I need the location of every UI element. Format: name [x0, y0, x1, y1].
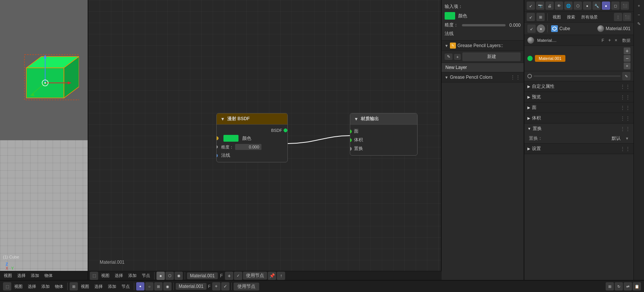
material-output-node[interactable]: ▼ 材质输出 面 体积: [350, 113, 418, 156]
btm-grid-icon[interactable]: ⊞: [154, 282, 163, 290]
object-arrow-btn[interactable]: ↙: [527, 24, 536, 33]
node-node-btn[interactable]: 节点: [140, 272, 152, 280]
btm-add-center[interactable]: 添加: [106, 283, 118, 290]
mat-plus-btn[interactable]: +: [624, 47, 630, 54]
layers-add-btn[interactable]: +: [454, 54, 461, 60]
btm-sphere2-icon[interactable]: ◉: [163, 282, 172, 290]
material-name: Material.001: [606, 26, 630, 31]
node-use-nodes-btn[interactable]: 使用节点: [243, 272, 267, 280]
node-sphere-icon[interactable]: ●: [156, 272, 165, 280]
node-material-label[interactable]: Material.001: [187, 272, 218, 279]
mat-bar: [533, 75, 621, 77]
side-icon-2[interactable]: −: [635, 11, 643, 19]
tab-all-scenes[interactable]: 所有场景: [579, 13, 600, 21]
btm-node-center[interactable]: 节点: [119, 283, 132, 290]
btm-check-btn[interactable]: ✓: [221, 282, 229, 290]
props-extra-btn2[interactable]: ⬛: [623, 13, 631, 21]
btm-mat-active-icon[interactable]: ●: [136, 282, 144, 290]
props-icon-output[interactable]: 🖨: [545, 2, 554, 10]
viewport-select-btn[interactable]: 选择: [15, 272, 28, 280]
viewport-object-btn[interactable]: 物体: [42, 272, 55, 280]
node-icon2[interactable]: ⬡: [166, 272, 174, 280]
grease-layers-section-header[interactable]: ▼ ✎ Grease Pencil Layers::: [442, 41, 524, 51]
side-icon-1[interactable]: +: [635, 2, 643, 10]
layers-toolbar: ✎ + 新建: [442, 51, 524, 63]
viewport-view-btn[interactable]: 视图: [2, 272, 14, 280]
node-snap-btn[interactable]: ↑: [277, 272, 285, 280]
node-plus-btn[interactable]: +: [225, 272, 233, 280]
mat-add-btn[interactable]: +: [607, 37, 612, 43]
props-arrow-btn[interactable]: ↙: [527, 13, 535, 21]
displacement-header[interactable]: ▼ 置换 ⋮⋮: [524, 124, 633, 134]
normal-socket[interactable]: [216, 154, 218, 157]
btm-material-label[interactable]: Material.001: [176, 283, 207, 290]
object-sphere-btn[interactable]: ●: [537, 24, 545, 33]
layers-pencil-btn[interactable]: ✎: [445, 54, 453, 60]
btm-add-mat-btn[interactable]: +: [212, 282, 220, 290]
btm-view-center[interactable]: 视图: [79, 283, 91, 290]
mat-edit-btn[interactable]: ✎: [622, 72, 630, 80]
mat-extra-btn[interactable]: ≡: [624, 63, 630, 69]
btm-icon-1[interactable]: ⬚: [3, 282, 11, 290]
roughness-field[interactable]: 0.000: [235, 144, 261, 150]
node-panel-icon[interactable]: ⬚: [90, 272, 98, 280]
volume-header[interactable]: ▶ 体积 ⋮⋮: [524, 113, 633, 123]
node-icon3[interactable]: ◉: [175, 272, 183, 280]
tab-view[interactable]: 视图: [550, 13, 563, 21]
props-extra-btn1[interactable]: ⋮: [614, 13, 622, 21]
btm-select-center[interactable]: 选择: [92, 283, 105, 290]
props-icon-view[interactable]: 👁: [555, 2, 563, 10]
props-icon-scene[interactable]: 🌐: [564, 2, 573, 10]
color-swatch[interactable]: [223, 135, 238, 142]
props-icon-world[interactable]: ⬡: [574, 2, 582, 10]
btm-right-icon4[interactable]: 📋: [633, 282, 641, 290]
grease-colors-header[interactable]: ▼ Grease Pencil Colors ⋮⋮: [442, 72, 524, 83]
props-icon-particles[interactable]: ⬛: [621, 2, 629, 10]
displacement-input-socket[interactable]: [350, 147, 352, 151]
btm-right-icon2[interactable]: ↻: [615, 282, 623, 290]
side-icon-3[interactable]: ✎: [635, 20, 643, 28]
btm-view-left[interactable]: 视图: [12, 283, 25, 290]
btm-object-left[interactable]: 物体: [53, 283, 65, 290]
roughness-socket[interactable]: [216, 145, 218, 148]
bsdf-header-arrow: ▼: [220, 116, 225, 122]
props-icon-modifier[interactable]: 🔧: [592, 2, 601, 10]
new-btn-label[interactable]: 新建: [462, 52, 521, 61]
btm-right-icon3[interactable]: ⇄: [624, 282, 632, 290]
props-toolbar: ↙ 📷 🖨 👁 🌐 ⬡ ● 🔧 ● ◻ ⬛: [524, 0, 633, 12]
btm-node-icon[interactable]: ⊞: [70, 282, 78, 290]
settings-header[interactable]: ▶ 设置 ⋮⋮: [524, 144, 633, 154]
face-input-socket[interactable]: [350, 130, 352, 133]
node-select-btn[interactable]: 选择: [112, 272, 125, 280]
node-view-btn[interactable]: 视图: [99, 272, 112, 280]
btm-sphere-icon[interactable]: ○: [145, 282, 153, 290]
material-slot-btn[interactable]: Material.001: [535, 55, 565, 62]
props-icon-arrow[interactable]: ↙: [527, 2, 535, 10]
props-icon-material[interactable]: ●: [602, 2, 610, 10]
btm-right-icon1[interactable]: ⊞: [606, 282, 614, 290]
props-icon-object[interactable]: ●: [583, 2, 591, 10]
tab-search[interactable]: 搜索: [565, 13, 577, 21]
color-socket[interactable]: [216, 136, 219, 140]
viewport-corner-label: (1) Cube: [3, 255, 19, 259]
node-pin-btn[interactable]: 📌: [268, 272, 276, 280]
custom-props-header[interactable]: ▶ 自定义属性 ⋮⋮: [524, 81, 633, 92]
volume-input-socket[interactable]: [350, 138, 352, 142]
mat-minus-btn[interactable]: −: [624, 55, 630, 62]
viewport-add-btn[interactable]: 添加: [29, 272, 41, 280]
diffuse-bsdf-node[interactable]: ▼ 漫射 BSDF BSDF 颜色: [216, 113, 288, 162]
props-grid-btn[interactable]: ⊞: [536, 13, 545, 21]
btm-select-left[interactable]: 选择: [26, 283, 38, 290]
props-icon-data[interactable]: ◻: [611, 2, 620, 10]
bsdf-output-socket[interactable]: [284, 128, 287, 132]
axis-indicator: Z X Y: [6, 262, 14, 271]
preview-header[interactable]: ▶ 预览 ⋮⋮: [524, 92, 633, 102]
node-check-btn[interactable]: ✓: [234, 272, 242, 280]
input-color-swatch[interactable]: [445, 12, 455, 20]
btm-add-left[interactable]: 添加: [39, 283, 52, 290]
node-add-btn[interactable]: 添加: [126, 272, 139, 280]
face-header[interactable]: ▶ 面 ⋮⋮: [524, 102, 633, 113]
props-icon-render[interactable]: 📷: [536, 2, 544, 10]
mat-close-btn[interactable]: ×: [614, 37, 618, 43]
btm-use-nodes-btn[interactable]: 使用节点: [234, 283, 259, 290]
